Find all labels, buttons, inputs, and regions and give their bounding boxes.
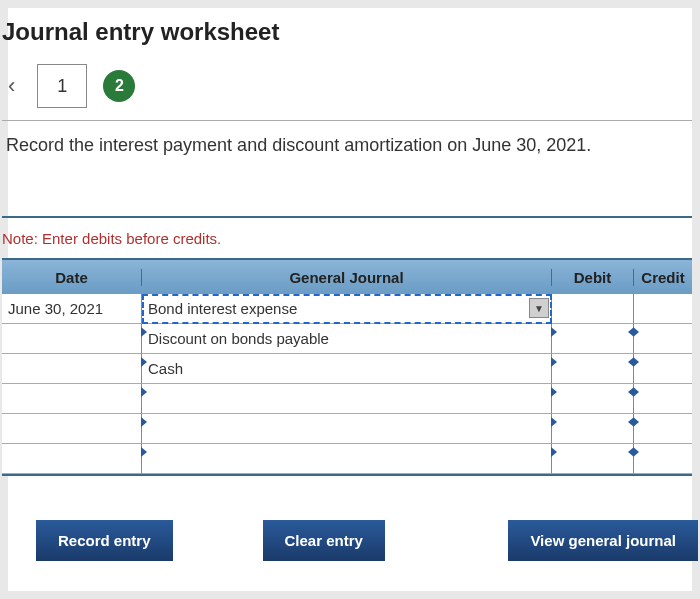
table-row [2, 384, 692, 414]
cell-journal[interactable] [142, 384, 552, 414]
cell-credit[interactable] [634, 444, 692, 474]
cell-date[interactable] [2, 324, 142, 354]
cell-journal[interactable]: Discount on bonds payable [142, 324, 552, 354]
cell-journal[interactable]: Bond interest expense ▼ [142, 294, 552, 324]
cell-credit[interactable] [634, 324, 692, 354]
cell-debit[interactable] [552, 414, 634, 444]
journal-grid: Date General Journal Debit Credit June 3… [2, 258, 692, 476]
tabs-row: ‹ 1 2 [2, 64, 692, 120]
table-row [2, 444, 692, 474]
view-general-button[interactable]: View general journal [508, 520, 698, 561]
note-block: Note: Enter debits before credits. [2, 216, 692, 258]
cell-credit[interactable] [634, 294, 692, 324]
prev-icon[interactable]: ‹ [2, 73, 21, 99]
clear-entry-button[interactable]: Clear entry [263, 520, 385, 561]
cell-date[interactable] [2, 384, 142, 414]
table-row [2, 414, 692, 444]
dropdown-icon[interactable]: ▼ [529, 298, 549, 318]
cell-journal[interactable]: Cash [142, 354, 552, 384]
cell-date[interactable] [2, 414, 142, 444]
cell-credit[interactable] [634, 414, 692, 444]
cell-debit[interactable] [552, 444, 634, 474]
note-text: Note: Enter debits before credits. [2, 230, 221, 247]
cell-date[interactable] [2, 444, 142, 474]
tab-1[interactable]: 1 [37, 64, 87, 108]
cell-credit[interactable] [634, 384, 692, 414]
cell-journal[interactable] [142, 414, 552, 444]
cell-date[interactable] [2, 354, 142, 384]
table-row: Cash [2, 354, 692, 384]
cell-journal-text: Bond interest expense [148, 300, 297, 317]
instruction-text: Record the interest payment and discount… [2, 120, 692, 186]
header-date: Date [2, 269, 142, 286]
table-row: Discount on bonds payable [2, 324, 692, 354]
cell-journal[interactable] [142, 444, 552, 474]
cell-debit[interactable] [552, 294, 634, 324]
button-row: Record entry Clear entry View general jo… [36, 520, 692, 561]
grid-header: Date General Journal Debit Credit [2, 260, 692, 294]
cell-debit[interactable] [552, 324, 634, 354]
header-credit: Credit [634, 269, 692, 286]
header-journal: General Journal [142, 269, 552, 286]
cell-debit[interactable] [552, 384, 634, 414]
cell-date[interactable]: June 30, 2021 [2, 294, 142, 324]
header-debit: Debit [552, 269, 634, 286]
page-title: Journal entry worksheet [2, 8, 692, 64]
cell-debit[interactable] [552, 354, 634, 384]
cell-credit[interactable] [634, 354, 692, 384]
record-entry-button[interactable]: Record entry [36, 520, 173, 561]
table-row: June 30, 2021 Bond interest expense ▼ [2, 294, 692, 324]
tab-2[interactable]: 2 [103, 70, 135, 102]
